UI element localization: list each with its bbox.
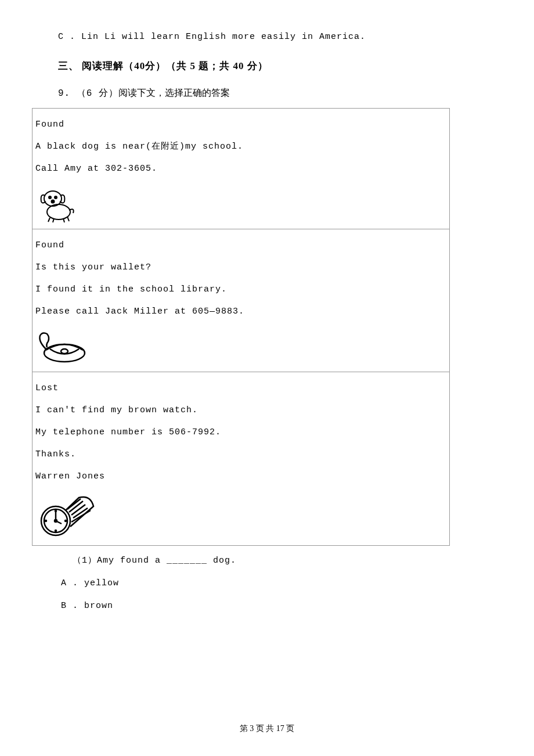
sub-question-1: （1）Amy found a _______ dog. xyxy=(73,555,479,566)
sub-option-a: A . yellow xyxy=(61,578,479,588)
question-9-intro: 9. （6 分）阅读下文，选择正确的答案 xyxy=(58,87,479,99)
question-9-number: 9. （6 分） xyxy=(58,88,118,99)
cell-lost-watch: Lost I can't find my brown watch. My tel… xyxy=(33,372,450,546)
svg-point-1 xyxy=(49,196,51,199)
cell-2-line-0: I can't find my brown watch. xyxy=(35,400,446,421)
option-c-text: C . Lin Li will learn English more easil… xyxy=(58,32,479,42)
page-footer: 第 3 页 共 17 页 xyxy=(0,723,534,734)
cell-1-line-2: Please call Jack Miller at 605—9883. xyxy=(35,301,446,322)
cell-1-line-0: Is this your wallet? xyxy=(35,257,446,278)
sub-option-b: B . brown xyxy=(61,601,479,611)
dog-icon xyxy=(35,184,446,225)
svg-point-11 xyxy=(55,520,57,522)
cell-found-wallet: Found Is this your wallet? I found it in… xyxy=(33,229,450,372)
cell-found-dog: Found A black dog is near(在附近)my school.… xyxy=(33,109,450,229)
cell-2-line-1: My telephone number is 506-7992. xyxy=(35,422,446,443)
svg-point-13 xyxy=(55,530,56,531)
svg-point-2 xyxy=(55,196,57,199)
wallet-icon xyxy=(35,327,446,368)
cell-1-line-1: I found it in the school library. xyxy=(35,279,446,300)
question-9-text: 阅读下文，选择正确的答案 xyxy=(118,88,230,98)
watch-icon xyxy=(35,492,446,541)
svg-point-3 xyxy=(52,200,55,203)
section-heading: 三、 阅读理解（40分）（共 5 题；共 40 分） xyxy=(58,59,479,73)
cell-1-title: Found xyxy=(35,235,446,256)
cell-0-title: Found xyxy=(35,114,446,135)
svg-point-6 xyxy=(61,349,68,354)
cell-0-line-0: A black dog is near(在附近)my school. xyxy=(35,136,446,157)
cell-2-line-3: Warren Jones xyxy=(35,466,446,487)
cell-2-line-2: Thanks. xyxy=(35,444,446,465)
svg-point-15 xyxy=(65,520,66,521)
cell-2-title: Lost xyxy=(35,378,446,399)
reading-table: Found A black dog is near(在附近)my school.… xyxy=(32,108,450,546)
svg-point-14 xyxy=(45,520,46,521)
cell-0-line-1: Call Amy at 302-3605. xyxy=(35,159,446,179)
svg-point-12 xyxy=(55,510,56,512)
svg-point-4 xyxy=(47,204,70,219)
